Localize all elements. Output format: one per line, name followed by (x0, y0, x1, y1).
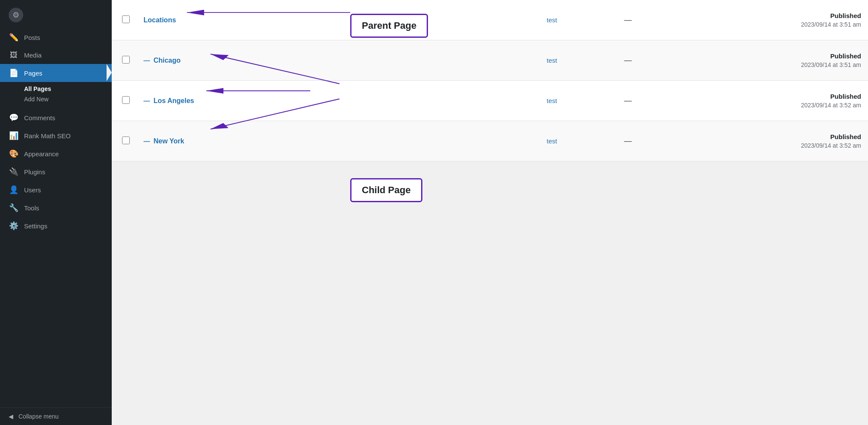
row-checkbox[interactable] (122, 56, 130, 64)
pages-subnav: All Pages Add New (0, 82, 112, 109)
status-cell: Published 2023/09/14 at 3:52 am (694, 121, 868, 161)
sidebar-item-label: Users (24, 186, 41, 194)
sidebar-item-label: Tools (24, 204, 39, 212)
page-title-link[interactable]: Chicago (153, 57, 180, 64)
table-row: — New York test — Published 2023/09/14 a… (112, 121, 868, 161)
rankmath-icon: 📊 (9, 131, 19, 140)
status-value: Published (701, 93, 861, 100)
main-content: Locations test — Published 2023/09/14 at… (112, 0, 868, 425)
sidebar-item-media[interactable]: 🖼 Media (0, 46, 112, 64)
author-cell: test (540, 121, 617, 161)
table-row: — Chicago test — Published 2023/09/14 at… (112, 40, 868, 81)
author-value: test (547, 137, 557, 145)
pages-icon: 📄 (9, 68, 19, 78)
row-checkbox[interactable] (122, 137, 130, 144)
pages-table: Locations test — Published 2023/09/14 at… (112, 0, 868, 161)
sidebar-item-label: Pages (24, 70, 43, 77)
table-row: — Los Angeles test — Published 2023/09/1… (112, 81, 868, 121)
title-cell: — New York (137, 121, 540, 161)
sidebar-item-posts[interactable]: ✏️ Posts (0, 28, 112, 46)
sidebar-item-label: Media (24, 52, 42, 59)
comments-value: — (624, 96, 632, 105)
page-title-link[interactable]: Locations (144, 16, 176, 24)
checkbox-cell (112, 0, 137, 40)
checkbox-cell (112, 40, 137, 81)
title-cell: — Chicago (137, 40, 540, 81)
add-new-link[interactable]: Add New (24, 94, 112, 104)
posts-icon: ✏️ (9, 33, 19, 42)
sidebar-item-tools[interactable]: 🔧 Tools (0, 199, 112, 217)
sidebar-logo: ⚙ (0, 0, 112, 28)
media-icon: 🖼 (9, 51, 19, 60)
comments-cell: — (617, 0, 694, 40)
date-value: 2023/09/14 at 3:52 am (701, 102, 861, 109)
collapse-menu-label: Collapse menu (18, 413, 58, 420)
author-value: test (547, 57, 557, 64)
sidebar-item-plugins[interactable]: 🔌 Plugins (0, 163, 112, 181)
table-row: Locations test — Published 2023/09/14 at… (112, 0, 868, 40)
status-value: Published (701, 12, 861, 19)
sidebar-item-users[interactable]: 👤 Users (0, 181, 112, 199)
appearance-icon: 🎨 (9, 149, 19, 158)
comments-icon: 💬 (9, 113, 19, 122)
sidebar-navigation: ✏️ Posts 🖼 Media 📄 Pages All Pages Add N… (0, 28, 112, 407)
author-cell: test (540, 81, 617, 121)
comments-value: — (624, 137, 632, 145)
checkbox-cell (112, 121, 137, 161)
checkbox-cell (112, 81, 137, 121)
comments-cell: — (617, 121, 694, 161)
sidebar-item-settings[interactable]: ⚙️ Settings (0, 217, 112, 235)
status-value: Published (701, 133, 861, 140)
child-prefix: — (144, 57, 150, 64)
collapse-icon: ◀ (9, 413, 13, 420)
sidebar-item-label: Comments (24, 114, 55, 121)
child-prefix: — (144, 137, 150, 145)
page-title-link[interactable]: Los Angeles (153, 97, 194, 104)
sidebar-item-label: Posts (24, 34, 40, 41)
row-checkbox[interactable] (122, 96, 130, 104)
wp-logo-icon: ⚙ (9, 8, 23, 22)
status-cell: Published 2023/09/14 at 3:52 am (694, 81, 868, 121)
title-cell: — Los Angeles (137, 81, 540, 121)
sidebar-item-label: Appearance (24, 150, 59, 158)
date-value: 2023/09/14 at 3:51 am (701, 61, 861, 68)
sidebar-item-label: Plugins (24, 168, 45, 176)
author-cell: test (540, 0, 617, 40)
row-checkbox[interactable] (122, 15, 130, 23)
sidebar-item-label: Settings (24, 222, 47, 230)
title-cell: Locations (137, 0, 540, 40)
date-value: 2023/09/14 at 3:52 am (701, 142, 861, 149)
comments-cell: — (617, 81, 694, 121)
status-cell: Published 2023/09/14 at 3:51 am (694, 0, 868, 40)
comments-cell: — (617, 40, 694, 81)
sidebar-item-pages[interactable]: 📄 Pages (0, 64, 112, 82)
sidebar-item-appearance[interactable]: 🎨 Appearance (0, 145, 112, 163)
author-value: test (547, 16, 557, 24)
all-pages-link[interactable]: All Pages (24, 84, 112, 94)
status-cell: Published 2023/09/14 at 3:51 am (694, 40, 868, 81)
status-value: Published (701, 52, 861, 60)
parent-page-annotation: Parent Page (350, 14, 428, 38)
sidebar-item-rankmath[interactable]: 📊 Rank Math SEO (0, 127, 112, 145)
sidebar: ⚙ ✏️ Posts 🖼 Media 📄 Pages All Pages Add… (0, 0, 112, 425)
sidebar-item-comments[interactable]: 💬 Comments (0, 109, 112, 127)
content-area: Locations test — Published 2023/09/14 at… (112, 0, 868, 161)
child-prefix: — (144, 97, 150, 104)
author-value: test (547, 97, 557, 104)
collapse-menu-button[interactable]: ◀ Collapse menu (0, 407, 112, 425)
tools-icon: 🔧 (9, 203, 19, 212)
child-page-annotation: Child Page (350, 178, 422, 202)
page-title-link[interactable]: New York (153, 137, 184, 145)
settings-icon: ⚙️ (9, 221, 19, 231)
users-icon: 👤 (9, 185, 19, 194)
comments-value: — (624, 15, 632, 24)
date-value: 2023/09/14 at 3:51 am (701, 21, 861, 28)
sidebar-item-label: Rank Math SEO (24, 132, 70, 140)
comments-value: — (624, 56, 632, 64)
author-cell: test (540, 40, 617, 81)
plugins-icon: 🔌 (9, 167, 19, 176)
